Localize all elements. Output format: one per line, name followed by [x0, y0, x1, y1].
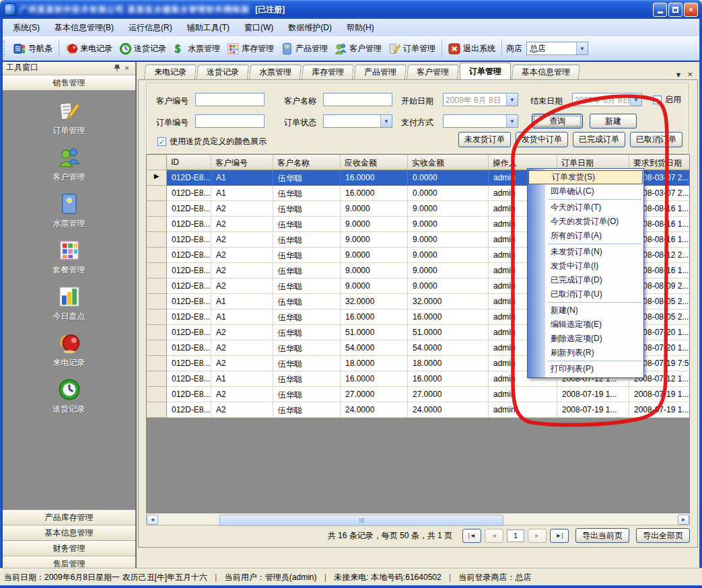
row-selector[interactable] [147, 279, 167, 294]
row-selector[interactable]: ▶ [147, 170, 167, 186]
row-selector[interactable] [147, 201, 167, 217]
horizontal-scrollbar[interactable]: ◄ ► [146, 514, 690, 525]
sidebar-item-4[interactable]: 今日盘点 [3, 285, 135, 322]
toolbar-button-5[interactable]: 产品管理 [277, 40, 331, 57]
scroll-left-icon[interactable]: ◄ [147, 515, 158, 525]
status-filter-button-2[interactable]: 已完成订单 [573, 132, 625, 147]
toolbar-button-1[interactable]: 来电记录 [62, 40, 116, 57]
tab-7[interactable]: 基本信息管理 [512, 65, 580, 79]
context-menu-item-5[interactable]: 所有的订单(A) [528, 229, 643, 243]
order-status-combo[interactable]: ▼ [323, 114, 392, 128]
customer-no-input[interactable] [195, 93, 265, 106]
first-page-button[interactable]: |◄ [462, 529, 481, 543]
menu-item-3[interactable]: 辅助工具(T) [180, 20, 237, 36]
menu-item-6[interactable]: 帮助(H) [339, 20, 382, 36]
context-menu-item-3[interactable]: 今天的订单(T) [528, 200, 643, 215]
shop-combo[interactable]: 总店 ▼ [526, 42, 588, 55]
sidebar-item-0[interactable]: 订单管理 [3, 100, 135, 137]
tab-scroll-dropdown-icon[interactable]: ▼ [675, 71, 682, 79]
enable-checkbox[interactable] [653, 96, 662, 104]
sidebar-item-2[interactable]: 水票管理 [3, 192, 135, 229]
next-page-button[interactable]: ► [528, 529, 547, 543]
context-menu-item-4[interactable]: 今天的发货订单(O) [528, 215, 643, 229]
sidebar-group-sales[interactable]: 销售管理 [3, 75, 135, 91]
tab-close-icon[interactable]: × [687, 69, 693, 79]
column-header-应收金额[interactable]: 应收金额 [341, 155, 408, 170]
tab-2[interactable]: 水票管理 [249, 65, 302, 79]
context-menu-item-0[interactable]: 订单发货(S) [528, 170, 643, 184]
menu-item-5[interactable]: 数据维护(D) [281, 20, 339, 36]
sidebar-item-5[interactable]: 来电记录 [3, 332, 135, 369]
sidebar-item-1[interactable]: 客户管理 [3, 146, 135, 183]
pin-icon[interactable] [112, 63, 122, 73]
row-selector[interactable] [147, 309, 167, 325]
scrollbar-thumb[interactable] [219, 515, 503, 526]
sidebar-group-1[interactable]: 基本信息管理 [3, 525, 135, 541]
end-date-picker[interactable]: 2009年 6月 8日 ▼ [572, 93, 642, 106]
toolbar-button-2[interactable]: 送货记录 [116, 40, 170, 57]
menu-item-4[interactable]: 窗口(W) [237, 20, 281, 36]
context-menu-item-8[interactable]: 发货中订单(I) [528, 259, 643, 273]
row-selector[interactable] [147, 186, 167, 201]
column-header-rowselector[interactable] [147, 155, 167, 170]
tab-1[interactable]: 送货记录 [197, 65, 249, 79]
tool-window-close-icon[interactable]: × [122, 63, 132, 73]
status-filter-button-1[interactable]: 发货中订单 [516, 132, 568, 147]
last-page-button[interactable]: ►| [550, 529, 569, 543]
row-selector[interactable] [147, 387, 167, 402]
start-date-dropdown-icon[interactable]: ▼ [506, 94, 518, 106]
row-selector[interactable] [147, 340, 167, 356]
row-selector[interactable] [147, 371, 167, 387]
minimize-button[interactable] [653, 3, 667, 17]
toolbar-button-6[interactable]: 客户管理 [331, 40, 385, 57]
sidebar-item-3[interactable]: 套餐管理 [3, 239, 135, 276]
order-status-dropdown-icon[interactable]: ▼ [380, 115, 392, 127]
column-header-ID[interactable]: ID [167, 155, 211, 170]
prev-page-button[interactable]: ◄ [485, 529, 503, 543]
context-menu-item-1[interactable]: 回单确认(C) [528, 184, 643, 198]
query-button[interactable]: 查询 [532, 114, 583, 128]
page-number-input[interactable] [507, 529, 524, 542]
export-current-page-button[interactable]: 导出当前页 [575, 528, 629, 543]
pay-method-dropdown-icon[interactable]: ▼ [506, 115, 518, 127]
table-row-14[interactable]: 012D-E8...A2伍华聪27.000027.0000admin2008-0… [147, 387, 689, 402]
row-selector[interactable] [147, 217, 167, 232]
context-menu-item-15[interactable]: 刷新列表(R) [528, 346, 643, 360]
row-selector[interactable] [147, 325, 167, 340]
toolbar-button-3[interactable]: $水票管理 [170, 40, 223, 57]
end-date-dropdown-icon[interactable]: ▼ [630, 94, 641, 106]
tab-6[interactable]: 订单管理 [460, 63, 511, 79]
shop-dropdown-icon[interactable]: ▼ [576, 42, 588, 54]
tab-3[interactable]: 库存管理 [302, 65, 354, 79]
toolbar-button-7[interactable]: 订单管理 [385, 40, 439, 57]
customer-name-input[interactable] [323, 93, 392, 106]
start-date-picker[interactable]: 2009年 6月 8日 ▼ [443, 93, 518, 106]
context-menu-item-17[interactable]: 打印列表(P) [528, 362, 643, 376]
tab-0[interactable]: 来电记录 [144, 65, 197, 79]
pay-method-combo[interactable]: ▼ [443, 114, 518, 128]
order-no-input[interactable] [195, 114, 265, 128]
sidebar-item-6[interactable]: 送货记录 [3, 378, 135, 415]
toolbar-button-8[interactable]: 退出系统 [445, 40, 499, 57]
menu-item-1[interactable]: 基本信息管理(B) [47, 20, 121, 36]
context-menu-item-7[interactable]: 未发货订单(N) [528, 245, 643, 259]
row-selector[interactable] [147, 294, 167, 309]
delivery-color-checkbox[interactable]: ✓ [157, 137, 166, 146]
column-header-客户名称[interactable]: 客户名称 [273, 155, 341, 170]
sidebar-group-0[interactable]: 产品库存管理 [3, 510, 135, 525]
menu-item-2[interactable]: 运行信息(R) [121, 20, 180, 36]
menu-item-0[interactable]: 系统(S) [5, 20, 47, 36]
status-filter-button-3[interactable]: 已取消订单 [630, 132, 682, 147]
row-selector[interactable] [147, 232, 167, 248]
status-filter-button-0[interactable]: 未发货订单 [458, 132, 511, 147]
context-menu-item-10[interactable]: 已取消订单(U) [528, 287, 643, 301]
tab-5[interactable]: 客户管理 [407, 65, 459, 79]
close-button[interactable]: × [684, 3, 698, 17]
sidebar-group-2[interactable]: 财务管理 [3, 541, 135, 556]
context-menu-item-14[interactable]: 删除选定项(D) [528, 332, 643, 346]
context-menu-item-9[interactable]: 已完成订单(D) [528, 273, 643, 287]
row-selector[interactable] [147, 356, 167, 371]
maximize-button[interactable] [668, 3, 682, 17]
toolbar-button-4[interactable]: 库存管理 [223, 40, 277, 57]
context-menu-item-13[interactable]: 编辑选定项(E) [528, 318, 643, 332]
